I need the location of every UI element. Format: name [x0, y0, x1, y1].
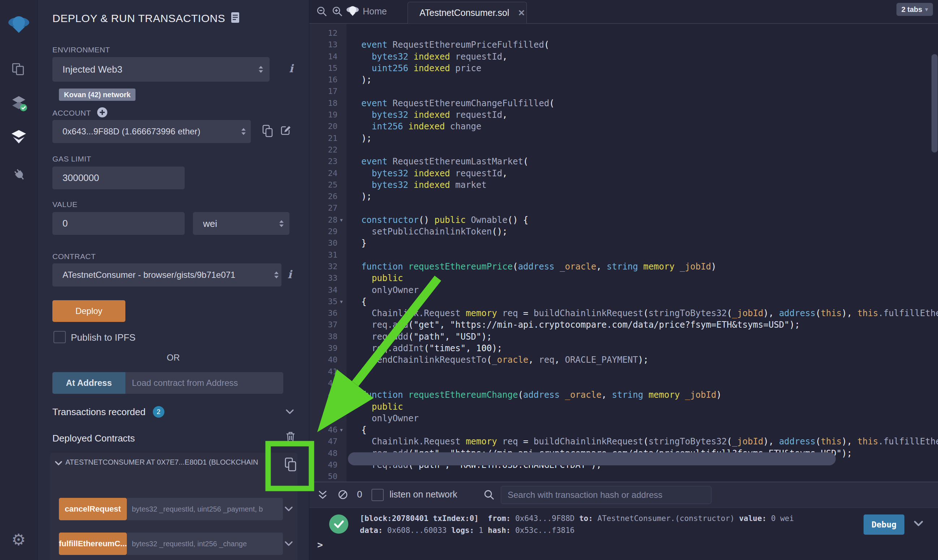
- deploy-button[interactable]: Deploy: [52, 300, 125, 322]
- trash-icon[interactable]: [286, 431, 295, 445]
- double-chevron-down-icon[interactable]: [318, 489, 328, 503]
- debug-button[interactable]: Debug: [864, 514, 904, 535]
- code-line: 28▾ constructor() public Ownable() {: [309, 214, 938, 226]
- terminal-toolbar: 0 listen on network: [309, 482, 938, 508]
- code-editor[interactable]: 1213 event RequestEthereumPriceFulfilled…: [309, 24, 938, 482]
- select-spinner-icon[interactable]: [279, 220, 284, 227]
- horizontal-scrollbar[interactable]: [348, 452, 836, 465]
- expand-function-chevron-icon[interactable]: [284, 541, 293, 548]
- plugin-manager-icon[interactable]: [0, 165, 37, 182]
- code-line: 18 event RequestEthereumChangeFulfilled(: [309, 98, 938, 109]
- expand-log-chevron-icon[interactable]: [913, 520, 924, 529]
- panel-title: DEPLOY & RUN TRANSACTIONS: [52, 12, 225, 25]
- fold-caret-icon[interactable]: ▾: [340, 424, 343, 436]
- tabs-count-dropdown[interactable]: 2 tabs▾: [896, 3, 933, 16]
- environment-label: ENVIRONMENT: [52, 46, 110, 54]
- contract-value: ATestnetConsumer - browser/gists/9b71e07…: [63, 270, 235, 280]
- code-line: 17: [309, 86, 938, 97]
- code-line: 39 req.addInt("times", 100);: [309, 343, 938, 354]
- remix-home-icon[interactable]: [346, 5, 359, 18]
- fold-caret-icon[interactable]: ▾: [340, 296, 343, 308]
- search-icon: [483, 489, 495, 502]
- code-line: 22: [309, 144, 938, 156]
- contract-expand-chevron-icon[interactable]: [55, 461, 63, 468]
- code-line: 36 Chainlink.Request memory req = buildC…: [309, 308, 938, 319]
- editor-region: Home ATestnetConsumer.sol ✕ 2 tabs▾ 1213…: [309, 0, 938, 560]
- code-line: 32 function requestEthereumPrice(address…: [309, 261, 938, 272]
- fold-caret-icon[interactable]: ▾: [340, 214, 343, 226]
- publish-ipfs-label: Publish to IPFS: [71, 332, 135, 343]
- gas-limit-input[interactable]: [52, 166, 185, 189]
- settings-gear-icon[interactable]: ⚙: [0, 530, 37, 549]
- transactions-chevron-icon[interactable]: [286, 409, 294, 416]
- select-spinner-icon[interactable]: [241, 128, 246, 135]
- icon-sidebar: ⚙: [0, 0, 38, 560]
- code-line: 20 int256 indexed change: [309, 121, 938, 132]
- transactions-count-badge: 2: [153, 406, 165, 418]
- solidity-compiler-icon[interactable]: [0, 95, 37, 112]
- code-line: 40 sendChainlinkRequestTo(_oracle, req, …: [309, 354, 938, 366]
- transactions-recorded-label: Transactions recorded: [52, 406, 146, 418]
- add-account-icon[interactable]: [97, 107, 108, 119]
- account-label: ACCOUNT: [52, 109, 91, 117]
- code-line: 16 );: [309, 74, 938, 86]
- code-line: 13 event RequestEthereumPriceFulfilled(: [309, 39, 938, 51]
- vertical-scrollbar[interactable]: [932, 54, 938, 152]
- code-line: 37 req.add("get", "https://min-api.crypt…: [309, 319, 938, 331]
- select-spinner-icon[interactable]: [259, 66, 263, 73]
- chevron-down-icon: ▾: [925, 6, 928, 13]
- code-line: 46▾ {: [309, 424, 938, 436]
- code-line: 47 Chainlink.Request memory req = buildC…: [309, 436, 938, 447]
- environment-value: Injected Web3: [63, 64, 123, 75]
- clear-console-icon[interactable]: [337, 489, 349, 502]
- expand-function-chevron-icon[interactable]: [284, 506, 293, 513]
- at-address-button[interactable]: At Address: [52, 372, 125, 394]
- contract-label: CONTRACT: [52, 252, 96, 261]
- value-unit: wei: [203, 218, 217, 229]
- close-tab-icon[interactable]: ✕: [518, 8, 525, 18]
- deployed-contracts-label: Deployed Contracts: [52, 433, 135, 444]
- file-explorer-icon[interactable]: [0, 62, 37, 77]
- code-line: 38 req.add("path", "USD");: [309, 331, 938, 343]
- contract-info-icon[interactable]: i: [288, 268, 292, 281]
- value-input[interactable]: [52, 212, 185, 235]
- listen-on-network-label: listen on network: [389, 489, 457, 500]
- value-label: VALUE: [52, 200, 77, 209]
- code-line: 14 bytes32 indexed requestId,: [309, 51, 938, 63]
- cancelRequest-params-input[interactable]: [127, 498, 283, 520]
- cancelRequest-button[interactable]: cancelRequest: [59, 498, 127, 520]
- select-spinner-icon[interactable]: [274, 272, 278, 278]
- zoom-in-icon[interactable]: [332, 6, 343, 19]
- transaction-log[interactable]: [block:20780401 txIndex:0] from: 0x643..…: [360, 513, 794, 537]
- value-unit-select[interactable]: wei: [193, 212, 289, 235]
- zoom-out-icon[interactable]: [316, 6, 328, 19]
- code-line: 29 setPublicChainlinkToken();: [309, 226, 938, 237]
- copy-contract-address-icon[interactable]: [284, 457, 297, 473]
- code-line: 23 event RequestEthereumLastMarket(: [309, 156, 938, 167]
- fulfillEthereumChange-button[interactable]: fulfillEthereumC...: [59, 532, 127, 555]
- copy-account-icon[interactable]: [262, 125, 273, 139]
- environment-select[interactable]: Injected Web3: [52, 57, 269, 82]
- code-line: 45 onlyOwner: [309, 412, 938, 424]
- edit-account-icon[interactable]: [280, 125, 292, 138]
- log-line: data: 0x608...60033 logs: 1 hash: 0x53c.…: [360, 525, 794, 537]
- listen-on-network-checkbox[interactable]: [371, 489, 384, 501]
- at-address-input[interactable]: [125, 372, 283, 394]
- fulfillEthereumChange-params-input[interactable]: [127, 532, 283, 555]
- code-line: 42: [309, 378, 938, 389]
- account-select[interactable]: 0x643...9F88D (1.666673996 ether): [52, 120, 251, 143]
- terminal-search-input[interactable]: [501, 486, 712, 504]
- remix-logo-icon[interactable]: [0, 15, 37, 34]
- terminal-prompt[interactable]: >: [317, 539, 323, 550]
- environment-info-icon[interactable]: i: [289, 62, 293, 75]
- contract-select[interactable]: ATestnetConsumer - browser/gists/9b71e07…: [52, 263, 281, 286]
- account-value: 0x643...9F88D (1.666673996 ether): [63, 126, 200, 137]
- gas-limit-label: GAS LIMIT: [52, 155, 91, 163]
- transactions-doc-icon[interactable]: [231, 12, 240, 25]
- code-line: 34 onlyOwner: [309, 284, 938, 296]
- deploy-run-icon[interactable]: [0, 129, 37, 145]
- publish-ipfs-checkbox[interactable]: [54, 331, 66, 343]
- tab-home[interactable]: Home: [363, 6, 387, 17]
- tab-active-file[interactable]: ATestnetConsumer.sol ✕: [407, 2, 527, 23]
- deployed-contract-title[interactable]: ATESTNETCONSUMER AT 0X7E7...E80D1 (BLOCK…: [65, 458, 275, 466]
